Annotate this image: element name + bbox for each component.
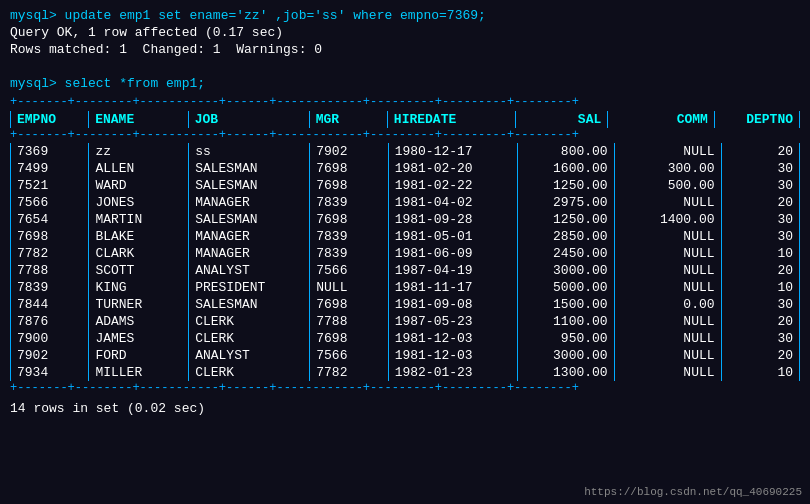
cell-mgr: 7698 bbox=[310, 296, 388, 313]
cell-comm: 1400.00 bbox=[614, 211, 721, 228]
cell-comm: NULL bbox=[614, 330, 721, 347]
cell-deptno: 20 bbox=[721, 262, 799, 279]
cell-job: MANAGER bbox=[189, 194, 310, 211]
col-header-sal: SAL bbox=[515, 111, 607, 128]
cell-sal: 3000.00 bbox=[518, 262, 614, 279]
cell-mgr: 7839 bbox=[310, 228, 388, 245]
col-header-empno: EMPNO bbox=[11, 111, 89, 128]
cell-deptno: 20 bbox=[721, 143, 799, 160]
cell-empno: 7900 bbox=[11, 330, 89, 347]
data-table: 7369zzss79021980-12-17800.00NULL207499AL… bbox=[10, 143, 800, 381]
cell-mgr: 7698 bbox=[310, 160, 388, 177]
cell-hiredate: 1981-02-20 bbox=[388, 160, 518, 177]
cell-sal: 1300.00 bbox=[518, 364, 614, 381]
cell-sal: 1250.00 bbox=[518, 177, 614, 194]
cell-job: SALESMAN bbox=[189, 160, 310, 177]
cell-sal: 5000.00 bbox=[518, 279, 614, 296]
cell-empno: 7521 bbox=[11, 177, 89, 194]
cell-mgr: 7788 bbox=[310, 313, 388, 330]
table-row: 7369zzss79021980-12-17800.00NULL20 bbox=[11, 143, 800, 160]
cell-ename: MARTIN bbox=[89, 211, 189, 228]
table-row: 7902FORDANALYST75661981-12-033000.00NULL… bbox=[11, 347, 800, 364]
cell-deptno: 20 bbox=[721, 194, 799, 211]
table-header-row: EMPNO ENAME JOB MGR HIREDATE SAL COMM DE… bbox=[11, 111, 800, 128]
cell-job: MANAGER bbox=[189, 228, 310, 245]
cell-job: MANAGER bbox=[189, 245, 310, 262]
cell-comm: 0.00 bbox=[614, 296, 721, 313]
cell-job: CLERK bbox=[189, 330, 310, 347]
col-header-comm: COMM bbox=[608, 111, 715, 128]
terminal: mysql> update emp1 set ename='zz' ,job='… bbox=[0, 0, 810, 504]
cell-comm: NULL bbox=[614, 347, 721, 364]
select-command: mysql> select *from emp1; bbox=[10, 76, 800, 91]
cell-sal: 1500.00 bbox=[518, 296, 614, 313]
cell-comm: NULL bbox=[614, 313, 721, 330]
table-row: 7844TURNERSALESMAN76981981-09-081500.000… bbox=[11, 296, 800, 313]
cell-deptno: 30 bbox=[721, 177, 799, 194]
cell-ename: ADAMS bbox=[89, 313, 189, 330]
table-row: 7782CLARKMANAGER78391981-06-092450.00NUL… bbox=[11, 245, 800, 262]
cell-hiredate: 1987-04-19 bbox=[388, 262, 518, 279]
cell-hiredate: 1982-01-23 bbox=[388, 364, 518, 381]
table-row: 7499ALLENSALESMAN76981981-02-201600.0030… bbox=[11, 160, 800, 177]
table-row: 7934MILLERCLERK77821982-01-231300.00NULL… bbox=[11, 364, 800, 381]
cell-empno: 7654 bbox=[11, 211, 89, 228]
cell-empno: 7698 bbox=[11, 228, 89, 245]
cell-empno: 7369 bbox=[11, 143, 89, 160]
cell-mgr: 7566 bbox=[310, 347, 388, 364]
prompt2: mysql> bbox=[10, 76, 65, 91]
cell-hiredate: 1981-12-03 bbox=[388, 347, 518, 364]
cell-comm: NULL bbox=[614, 364, 721, 381]
cell-ename: KING bbox=[89, 279, 189, 296]
results-table: EMPNO ENAME JOB MGR HIREDATE SAL COMM DE… bbox=[10, 111, 800, 128]
cell-hiredate: 1981-04-02 bbox=[388, 194, 518, 211]
cell-hiredate: 1981-05-01 bbox=[388, 228, 518, 245]
cell-ename: SCOTT bbox=[89, 262, 189, 279]
cell-mgr: 7782 bbox=[310, 364, 388, 381]
cell-ename: JONES bbox=[89, 194, 189, 211]
cell-deptno: 30 bbox=[721, 211, 799, 228]
cell-hiredate: 1981-12-03 bbox=[388, 330, 518, 347]
top-divider: +-------+--------+-----------+------+---… bbox=[10, 95, 800, 111]
cell-deptno: 30 bbox=[721, 330, 799, 347]
cell-hiredate: 1987-05-23 bbox=[388, 313, 518, 330]
cell-ename: JAMES bbox=[89, 330, 189, 347]
cell-job: ANALYST bbox=[189, 262, 310, 279]
cell-sal: 800.00 bbox=[518, 143, 614, 160]
table-row: 7654MARTINSALESMAN76981981-09-281250.001… bbox=[11, 211, 800, 228]
col-header-mgr: MGR bbox=[309, 111, 387, 128]
col-header-job: JOB bbox=[188, 111, 309, 128]
cell-empno: 7902 bbox=[11, 347, 89, 364]
cell-mgr: 7839 bbox=[310, 194, 388, 211]
rows-matched-line: Rows matched: 1 Changed: 1 Warnings: 0 bbox=[10, 42, 800, 57]
cell-sal: 2450.00 bbox=[518, 245, 614, 262]
table-row: 7521WARDSALESMAN76981981-02-221250.00500… bbox=[11, 177, 800, 194]
cell-deptno: 30 bbox=[721, 296, 799, 313]
watermark: https://blog.csdn.net/qq_40690225 bbox=[584, 486, 802, 498]
cell-sal: 1600.00 bbox=[518, 160, 614, 177]
cell-sal: 1100.00 bbox=[518, 313, 614, 330]
cell-deptno: 20 bbox=[721, 347, 799, 364]
cell-hiredate: 1981-06-09 bbox=[388, 245, 518, 262]
cell-comm: 300.00 bbox=[614, 160, 721, 177]
cell-hiredate: 1980-12-17 bbox=[388, 143, 518, 160]
cell-deptno: 10 bbox=[721, 364, 799, 381]
select-cmd-text: select *from emp1; bbox=[65, 76, 205, 91]
cell-deptno: 10 bbox=[721, 245, 799, 262]
query-ok-line: Query OK, 1 row affected (0.17 sec) bbox=[10, 25, 800, 40]
prompt1: mysql> bbox=[10, 8, 65, 23]
cell-comm: NULL bbox=[614, 143, 721, 160]
results-table-container: +-------+--------+-----------+------+---… bbox=[10, 95, 800, 397]
cell-job: PRESIDENT bbox=[189, 279, 310, 296]
table-row: 7876ADAMSCLERK77881987-05-231100.00NULL2… bbox=[11, 313, 800, 330]
cell-mgr: 7839 bbox=[310, 245, 388, 262]
cell-sal: 2850.00 bbox=[518, 228, 614, 245]
col-header-deptno: DEPTNO bbox=[714, 111, 799, 128]
cell-comm: NULL bbox=[614, 262, 721, 279]
cell-ename: MILLER bbox=[89, 364, 189, 381]
cell-sal: 3000.00 bbox=[518, 347, 614, 364]
cell-ename: zz bbox=[89, 143, 189, 160]
cell-mgr: 7698 bbox=[310, 330, 388, 347]
cell-empno: 7782 bbox=[11, 245, 89, 262]
cell-hiredate: 1981-02-22 bbox=[388, 177, 518, 194]
